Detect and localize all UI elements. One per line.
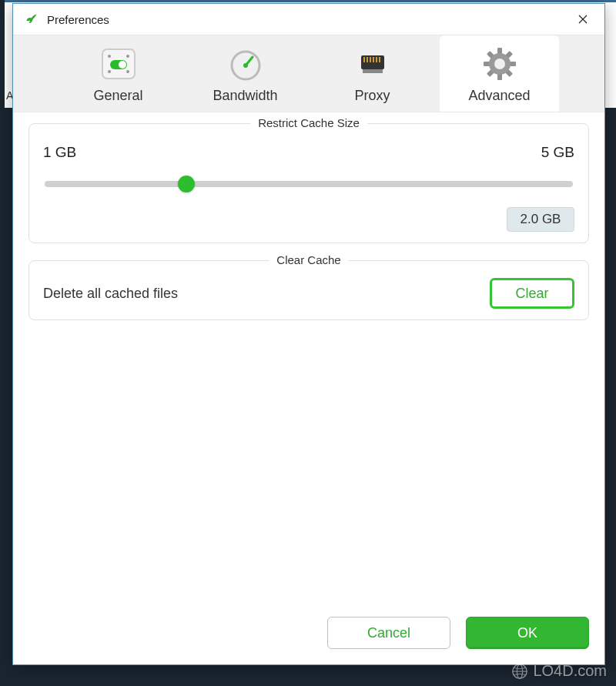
slider-range-labels: 1 GB 5 GB bbox=[43, 144, 574, 161]
svg-rect-20 bbox=[484, 62, 490, 66]
slider-thumb[interactable] bbox=[178, 176, 195, 192]
tab-general-label: General bbox=[59, 88, 178, 104]
restrict-cache-fieldset: Restrict Cache Size 1 GB 5 GB 2.0 GB bbox=[28, 123, 589, 243]
tab-advanced[interactable]: Advanced bbox=[440, 35, 559, 112]
tab-general[interactable]: General bbox=[59, 35, 178, 112]
clear-cache-legend: Clear Cache bbox=[269, 253, 348, 266]
ok-button[interactable]: OK bbox=[466, 617, 589, 649]
tabs-strip: General Bandwidth bbox=[13, 35, 604, 112]
clear-button[interactable]: Clear bbox=[490, 278, 574, 309]
window-title: Preferences bbox=[47, 13, 567, 26]
clear-cache-fieldset: Clear Cache Delete all cached files Clea… bbox=[28, 260, 589, 320]
tab-proxy-label: Proxy bbox=[313, 88, 432, 104]
close-button[interactable] bbox=[567, 7, 598, 32]
titlebar: Preferences bbox=[13, 4, 604, 35]
tab-proxy[interactable]: Proxy bbox=[313, 35, 432, 112]
svg-point-1 bbox=[108, 55, 111, 58]
cancel-button[interactable]: Cancel bbox=[327, 617, 450, 649]
svg-point-27 bbox=[494, 59, 505, 69]
tab-advanced-label: Advanced bbox=[440, 88, 559, 104]
svg-rect-19 bbox=[497, 74, 502, 80]
clear-cache-description: Delete all cached files bbox=[43, 286, 178, 302]
svg-rect-14 bbox=[370, 57, 371, 62]
gauge-icon bbox=[186, 45, 305, 83]
dialog-footer: Cancel OK bbox=[13, 604, 604, 664]
svg-rect-12 bbox=[363, 57, 365, 62]
preferences-dialog: Preferences General bbox=[12, 3, 605, 665]
svg-rect-21 bbox=[510, 62, 516, 66]
svg-rect-17 bbox=[379, 57, 380, 62]
app-icon bbox=[24, 12, 39, 27]
slider-max-label: 5 GB bbox=[541, 144, 574, 161]
slider-value-display: 2.0 GB bbox=[507, 207, 574, 232]
svg-point-2 bbox=[126, 55, 129, 58]
ethernet-icon bbox=[313, 45, 432, 83]
svg-point-3 bbox=[108, 70, 111, 73]
svg-rect-11 bbox=[363, 69, 383, 73]
tab-bandwidth[interactable]: Bandwidth bbox=[186, 35, 305, 112]
tab-bandwidth-label: Bandwidth bbox=[186, 88, 305, 104]
gear-icon bbox=[440, 45, 559, 83]
svg-rect-18 bbox=[497, 48, 502, 54]
svg-point-6 bbox=[119, 61, 126, 69]
cache-size-slider[interactable] bbox=[43, 175, 574, 193]
svg-point-29 bbox=[517, 664, 523, 678]
svg-point-4 bbox=[126, 70, 129, 73]
restrict-cache-legend: Restrict Cache Size bbox=[250, 116, 367, 129]
svg-rect-13 bbox=[367, 57, 368, 62]
svg-point-28 bbox=[513, 664, 527, 678]
slider-min-label: 1 GB bbox=[43, 144, 76, 161]
svg-rect-16 bbox=[376, 57, 377, 62]
content-area: Restrict Cache Size 1 GB 5 GB 2.0 GB Cle… bbox=[13, 112, 604, 604]
toggle-icon bbox=[59, 45, 178, 83]
slider-track bbox=[45, 181, 573, 187]
svg-rect-15 bbox=[373, 57, 374, 62]
